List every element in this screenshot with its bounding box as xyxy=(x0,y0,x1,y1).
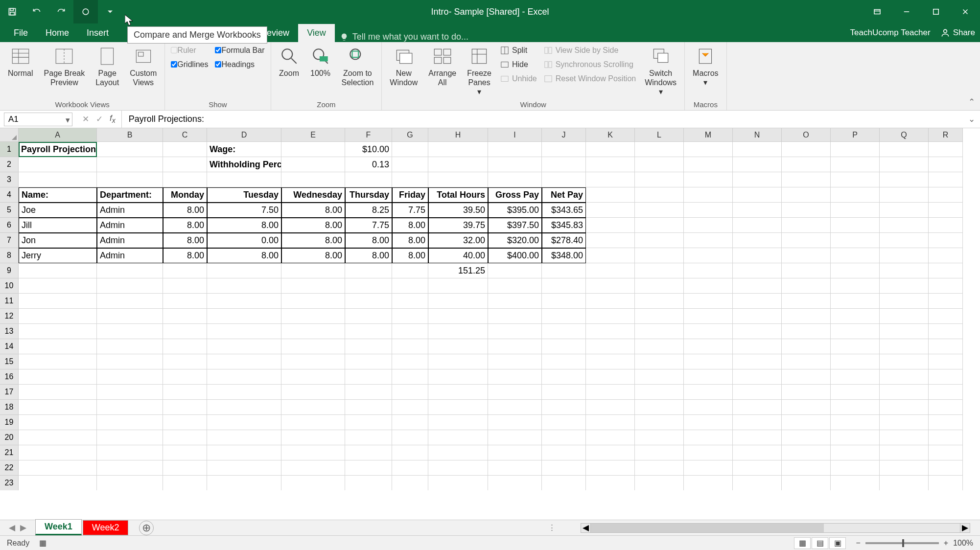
cell-L23[interactable] xyxy=(635,476,684,490)
headings-checkbox[interactable]: Headings xyxy=(213,58,266,70)
cell-H10[interactable] xyxy=(428,278,488,294)
cell-H13[interactable] xyxy=(428,324,488,339)
cell-A1[interactable]: Payroll Projections: xyxy=(19,142,97,157)
cell-C8[interactable]: 8.00 xyxy=(163,248,207,263)
cell-H21[interactable] xyxy=(428,445,488,460)
cell-Q18[interactable] xyxy=(880,400,929,415)
cell-P5[interactable] xyxy=(831,203,880,218)
cell-O11[interactable] xyxy=(782,294,831,309)
cell-B15[interactable] xyxy=(97,354,163,369)
tab-view[interactable]: View xyxy=(298,24,335,42)
cell-P14[interactable] xyxy=(831,339,880,354)
cell-E22[interactable] xyxy=(281,460,345,476)
row-header-16[interactable]: 16 xyxy=(0,369,19,385)
cell-P22[interactable] xyxy=(831,460,880,476)
zoom-level[interactable]: 100% xyxy=(953,539,973,548)
cell-R7[interactable] xyxy=(929,233,963,248)
cell-O5[interactable] xyxy=(782,203,831,218)
cell-N1[interactable] xyxy=(733,142,782,157)
cell-K11[interactable] xyxy=(586,294,635,309)
cell-N8[interactable] xyxy=(733,248,782,263)
cell-O17[interactable] xyxy=(782,385,831,400)
cell-H9[interactable]: 151.25 xyxy=(428,263,488,278)
cell-N20[interactable] xyxy=(733,430,782,445)
cell-C14[interactable] xyxy=(163,339,207,354)
cell-B11[interactable] xyxy=(97,294,163,309)
cell-R20[interactable] xyxy=(929,430,963,445)
cell-E14[interactable] xyxy=(281,339,345,354)
cell-P16[interactable] xyxy=(831,369,880,385)
cell-G23[interactable] xyxy=(392,476,428,490)
cell-R13[interactable] xyxy=(929,324,963,339)
cell-J15[interactable] xyxy=(542,354,586,369)
name-box[interactable]: A1▾ xyxy=(4,113,72,126)
cell-F13[interactable] xyxy=(345,324,392,339)
zoom-out-icon[interactable]: − xyxy=(856,539,860,548)
cell-F7[interactable]: 8.00 xyxy=(345,233,392,248)
cell-J22[interactable] xyxy=(542,460,586,476)
cell-C18[interactable] xyxy=(163,400,207,415)
column-header-E[interactable]: E xyxy=(281,128,345,142)
cell-A16[interactable] xyxy=(19,369,97,385)
cell-R6[interactable] xyxy=(929,218,963,233)
cell-H4[interactable]: Total Hours xyxy=(428,187,488,203)
cell-D2[interactable]: Withholding Percentage: xyxy=(207,157,281,172)
cell-D17[interactable] xyxy=(207,385,281,400)
cell-J18[interactable] xyxy=(542,400,586,415)
cell-I1[interactable] xyxy=(488,142,542,157)
cell-N2[interactable] xyxy=(733,157,782,172)
cell-J16[interactable] xyxy=(542,369,586,385)
cell-G10[interactable] xyxy=(392,278,428,294)
redo-icon[interactable] xyxy=(49,0,73,23)
cell-P8[interactable] xyxy=(831,248,880,263)
cell-I5[interactable]: $395.00 xyxy=(488,203,542,218)
cell-R11[interactable] xyxy=(929,294,963,309)
cell-G8[interactable]: 8.00 xyxy=(392,248,428,263)
pagelayout-view-icon[interactable]: ▤ xyxy=(812,537,828,549)
cell-A18[interactable] xyxy=(19,400,97,415)
cell-P19[interactable] xyxy=(831,415,880,430)
cell-G12[interactable] xyxy=(392,309,428,324)
cell-E17[interactable] xyxy=(281,385,345,400)
cell-L5[interactable] xyxy=(635,203,684,218)
cell-K20[interactable] xyxy=(586,430,635,445)
sheet-prev-icon[interactable]: ◀ xyxy=(9,523,15,533)
cell-A6[interactable]: Jill xyxy=(19,218,97,233)
macro-record-icon[interactable]: ▦ xyxy=(39,538,47,548)
cell-D4[interactable]: Tuesday xyxy=(207,187,281,203)
cell-I19[interactable] xyxy=(488,415,542,430)
cell-M7[interactable] xyxy=(684,233,733,248)
cell-G3[interactable] xyxy=(392,172,428,187)
cell-Q13[interactable] xyxy=(880,324,929,339)
cell-C5[interactable]: 8.00 xyxy=(163,203,207,218)
cell-I14[interactable] xyxy=(488,339,542,354)
cell-C6[interactable]: 8.00 xyxy=(163,218,207,233)
cell-M6[interactable] xyxy=(684,218,733,233)
cell-B7[interactable]: Admin xyxy=(97,233,163,248)
cell-F2[interactable]: 0.13 xyxy=(345,157,392,172)
cell-A19[interactable] xyxy=(19,415,97,430)
cell-D12[interactable] xyxy=(207,309,281,324)
cell-F5[interactable]: 8.25 xyxy=(345,203,392,218)
cell-O1[interactable] xyxy=(782,142,831,157)
cell-E7[interactable]: 8.00 xyxy=(281,233,345,248)
cell-B2[interactable] xyxy=(97,157,163,172)
row-header-23[interactable]: 23 xyxy=(0,476,19,490)
cell-C12[interactable] xyxy=(163,309,207,324)
cell-G5[interactable]: 7.75 xyxy=(392,203,428,218)
row-header-4[interactable]: 4 xyxy=(0,187,19,203)
cell-P2[interactable] xyxy=(831,157,880,172)
column-header-J[interactable]: J xyxy=(542,128,586,142)
cell-L9[interactable] xyxy=(635,263,684,278)
zoom-selection-button[interactable]: Zoom to Selection xyxy=(338,44,378,89)
cell-D5[interactable]: 7.50 xyxy=(207,203,281,218)
cell-J23[interactable] xyxy=(542,476,586,490)
cell-E19[interactable] xyxy=(281,415,345,430)
cell-H15[interactable] xyxy=(428,354,488,369)
cell-L12[interactable] xyxy=(635,309,684,324)
cell-F4[interactable]: Thursday xyxy=(345,187,392,203)
cell-D9[interactable] xyxy=(207,263,281,278)
cell-J4[interactable]: Net Pay xyxy=(542,187,586,203)
cell-B18[interactable] xyxy=(97,400,163,415)
cell-F19[interactable] xyxy=(345,415,392,430)
